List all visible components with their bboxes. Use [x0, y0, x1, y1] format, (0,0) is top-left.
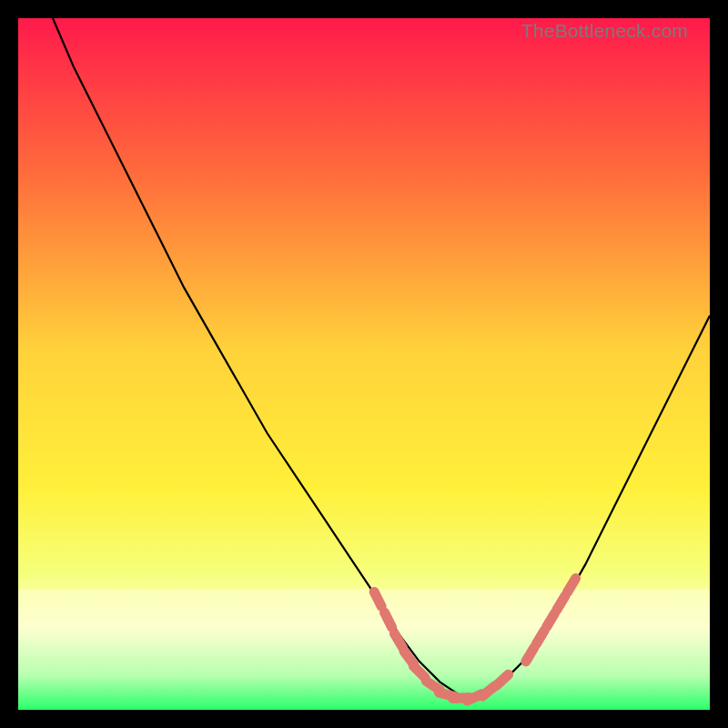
- bottleneck-chart: [18, 18, 710, 710]
- chart-frame: TheBottleneck.com: [18, 18, 710, 710]
- marker-dash: [385, 612, 392, 627]
- pale-band: [18, 590, 710, 626]
- marker-dash: [374, 592, 381, 606]
- watermark-text: TheBottleneck.com: [521, 20, 688, 42]
